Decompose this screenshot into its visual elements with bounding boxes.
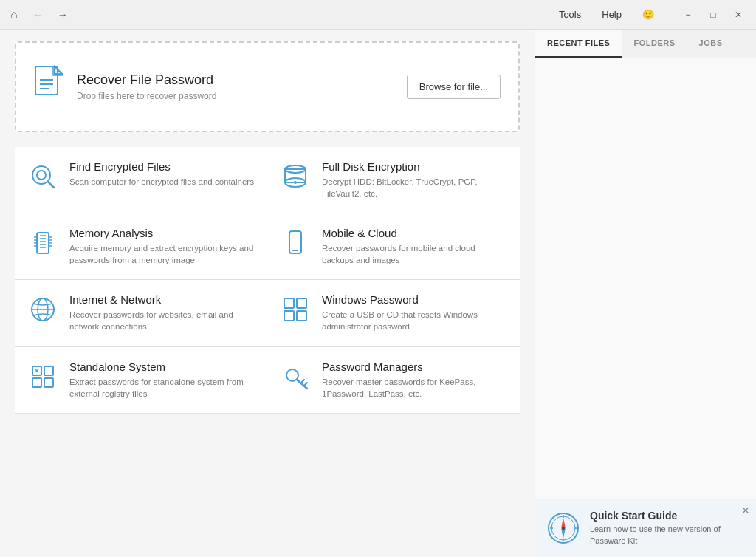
feature-desc: Recover passwords for mobile and cloud b…: [322, 242, 508, 266]
full-disk-icon: [279, 160, 312, 193]
home-button[interactable]: ⌂: [6, 5, 22, 24]
feature-text: Memory Analysis Acquire memory and extra…: [69, 227, 255, 266]
feature-text: Password Managers Recover master passwor…: [322, 360, 508, 400]
feature-desc: Decrypt HDD: BitLocker, TrueCrypt, PGP, …: [322, 176, 508, 199]
feature-title: Full Disk Encryption: [322, 160, 508, 173]
feature-title: Password Managers: [322, 360, 508, 373]
browse-button[interactable]: Browse for file...: [407, 75, 501, 99]
feature-desc: Recover master passwords for KeePass, 1P…: [322, 376, 508, 400]
svg-line-6: [48, 182, 54, 188]
feature-grid: Find Encrypted Files Scan computer for e…: [15, 147, 520, 414]
feature-desc: Acquire memory and extract encryption ke…: [69, 242, 255, 266]
sidebar-tabs: RECENT FILES FOLDERS JOBS: [535, 30, 756, 58]
content-area: Recover File Password Drop files here to…: [0, 30, 535, 557]
drop-zone-title: Recover File Password: [77, 72, 395, 88]
password-icon: [279, 360, 312, 393]
feature-title: Windows Password: [322, 293, 508, 306]
feature-desc: Create a USB or CD that resets Windows a…: [322, 309, 508, 332]
maximize-button[interactable]: □: [701, 4, 725, 25]
feature-title: Mobile & Cloud: [322, 227, 508, 239]
svg-line-42: [301, 380, 304, 383]
feature-title: Memory Analysis: [69, 227, 255, 239]
tools-menu[interactable]: Tools: [554, 6, 585, 23]
svg-rect-36: [32, 378, 41, 387]
network-icon: [27, 293, 59, 326]
tab-folders[interactable]: FOLDERS: [622, 30, 687, 58]
feature-standalone[interactable]: Standalone System Extract passwords for …: [15, 347, 267, 414]
quick-start-title: Quick Start Guide: [590, 510, 744, 522]
forward-button[interactable]: →: [53, 6, 72, 24]
standalone-icon: [27, 360, 59, 393]
back-button[interactable]: ←: [28, 6, 47, 24]
quick-start-text: Quick Start Guide Learn how to use the n…: [590, 510, 744, 547]
feature-passwords[interactable]: Password Managers Recover master passwor…: [267, 347, 520, 414]
minimize-button[interactable]: −: [676, 4, 700, 25]
drop-zone-subtitle: Drop files here to recover password: [77, 91, 395, 101]
feature-desc: Scan computer for encrypted files and co…: [69, 176, 254, 188]
help-menu[interactable]: Help: [597, 6, 626, 23]
svg-rect-33: [297, 311, 306, 321]
svg-marker-47: [561, 528, 566, 539]
svg-rect-32: [284, 311, 294, 321]
title-bar: ⌂ ← → Tools Help 🙂 − □ ✕: [0, 0, 756, 30]
emoji-button[interactable]: 🙂: [638, 6, 659, 23]
feature-windows[interactable]: Windows Password Create a USB or CD that…: [267, 280, 520, 346]
close-button[interactable]: ✕: [726, 4, 750, 25]
feature-title: Find Encrypted Files: [69, 160, 254, 173]
feature-network[interactable]: Internet & Network Recover passwords for…: [15, 280, 267, 346]
drop-zone-text: Recover File Password Drop files here to…: [77, 72, 395, 101]
tab-recent-files[interactable]: RECENT FILES: [535, 30, 622, 58]
feature-find-encrypted[interactable]: Find Encrypted Files Scan computer for e…: [15, 147, 267, 213]
feature-desc: Recover passwords for websites, email an…: [69, 309, 255, 332]
window-controls: − □ ✕: [676, 4, 750, 25]
svg-point-10: [294, 181, 297, 184]
svg-point-5: [37, 171, 46, 180]
svg-rect-30: [284, 298, 294, 308]
quick-start-guide: ✕ Quick Start Guide Learn how to use the…: [535, 499, 756, 557]
svg-rect-31: [297, 298, 306, 308]
svg-marker-46: [561, 518, 566, 528]
mobile-icon: [279, 227, 312, 259]
feature-text: Full Disk Encryption Decrypt HDD: BitLoc…: [322, 160, 508, 199]
title-bar-right: Tools Help 🙂 − □ ✕: [554, 4, 750, 25]
feature-text: Mobile & Cloud Recover passwords for mob…: [322, 227, 508, 266]
feature-title: Internet & Network: [69, 293, 255, 306]
feature-full-disk[interactable]: Full Disk Encryption Decrypt HDD: BitLoc…: [267, 147, 520, 213]
feature-title: Standalone System: [69, 360, 255, 373]
quick-start-desc: Learn how to use the new version of Pass…: [590, 524, 744, 547]
sidebar: RECENT FILES FOLDERS JOBS ✕: [535, 30, 756, 557]
feature-text: Windows Password Create a USB or CD that…: [322, 293, 508, 332]
feature-text: Find Encrypted Files Scan computer for e…: [69, 160, 254, 188]
svg-rect-37: [44, 378, 53, 387]
feature-memory[interactable]: Memory Analysis Acquire memory and extra…: [15, 213, 267, 280]
compass-icon: [547, 512, 580, 544]
feature-text: Internet & Network Recover passwords for…: [69, 293, 255, 332]
find-encrypted-icon: [27, 160, 59, 193]
svg-line-43: [304, 383, 307, 386]
sidebar-content: [535, 58, 756, 499]
main-wrapper: Recover File Password Drop files here to…: [0, 30, 756, 557]
title-bar-left: ⌂ ← →: [6, 5, 554, 24]
feature-desc: Extract passwords for standalone system …: [69, 376, 255, 400]
drop-zone[interactable]: Recover File Password Drop files here to…: [15, 41, 520, 132]
quick-start-close-button[interactable]: ✕: [741, 505, 750, 516]
svg-rect-35: [44, 366, 53, 375]
windows-icon: [279, 293, 312, 326]
tab-jobs[interactable]: JOBS: [687, 30, 735, 58]
memory-icon: [27, 227, 59, 259]
svg-point-48: [562, 527, 565, 530]
feature-mobile[interactable]: Mobile & Cloud Recover passwords for mob…: [267, 213, 520, 280]
file-icon: [34, 65, 65, 109]
feature-text: Standalone System Extract passwords for …: [69, 360, 255, 400]
